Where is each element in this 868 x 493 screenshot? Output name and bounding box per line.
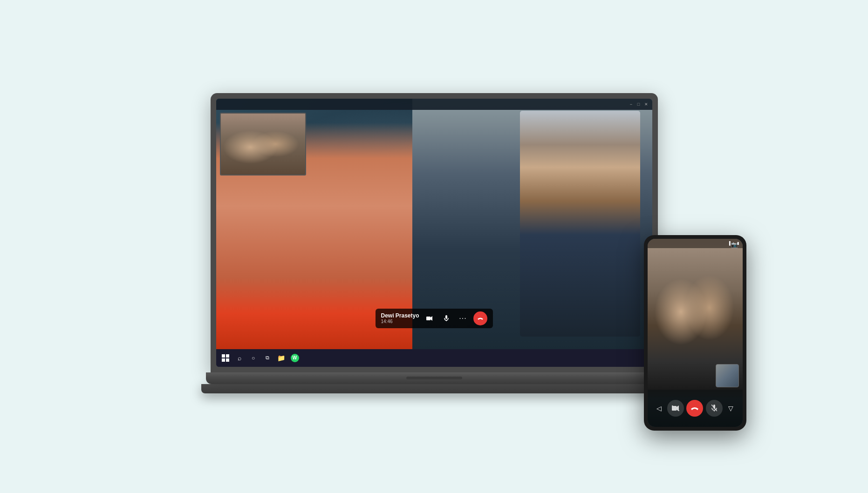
main-video: Dewi Prasetyo 14:46: [216, 99, 652, 349]
call-duration: 14:46: [381, 319, 419, 324]
maximize-button[interactable]: □: [636, 102, 641, 107]
signal-icon: ▐: [728, 241, 731, 245]
close-button[interactable]: ✕: [644, 102, 649, 107]
end-call-button[interactable]: [473, 311, 487, 325]
laptop-lid: − □ ✕: [211, 93, 658, 372]
svg-rect-4: [222, 354, 225, 358]
task-view-icon[interactable]: ⧉: [263, 353, 272, 363]
svg-rect-2: [445, 315, 447, 319]
cortana-icon[interactable]: ○: [249, 353, 258, 363]
phone-mute-button[interactable]: [706, 400, 723, 417]
svg-rect-0: [426, 317, 431, 320]
smartphone: ▐ ▲ ▮ 📷 ◁: [644, 235, 746, 431]
laptop-screen: − □ ✕: [216, 99, 652, 367]
phone-controls: ◁: [648, 390, 743, 427]
phone-screen: ▐ ▲ ▮ 📷 ◁: [648, 239, 743, 427]
svg-rect-5: [226, 354, 229, 358]
minimize-button[interactable]: −: [629, 102, 634, 107]
video-area: Dewi Prasetyo 14:46: [216, 99, 652, 349]
svg-rect-7: [226, 358, 229, 362]
video-toggle-button[interactable]: [423, 312, 436, 325]
pip-thumbnail: [220, 113, 306, 176]
file-explorer-icon[interactable]: 📁: [277, 353, 286, 363]
laptop-bottom: [201, 384, 667, 393]
svg-rect-6: [222, 358, 225, 362]
laptop-hinge: [406, 377, 462, 379]
svg-marker-1: [431, 316, 432, 321]
taskbar: ⌕ ○ ⧉ 📁 W: [216, 349, 652, 367]
call-controls-bar: Dewi Prasetyo 14:46: [375, 309, 492, 328]
phone-pip-thumbnail: [716, 364, 739, 387]
phone-end-call-button[interactable]: [686, 400, 703, 417]
whatsapp-taskbar-icon[interactable]: W: [291, 354, 299, 362]
phone-video-off-button[interactable]: [667, 400, 684, 417]
phone-back-button[interactable]: ◁: [653, 403, 664, 414]
video-person-child: [520, 111, 640, 336]
phone-recent-button[interactable]: ▽: [725, 403, 737, 414]
phone-camera-icon[interactable]: 📷: [731, 242, 738, 248]
caller-name: Dewi Prasetyo: [381, 312, 419, 319]
laptop-base: [206, 372, 663, 384]
call-info: Dewi Prasetyo 14:46: [381, 312, 419, 324]
phone-status-bar: ▐ ▲ ▮: [648, 239, 743, 248]
more-options-button[interactable]: ···: [457, 312, 470, 325]
search-icon[interactable]: ⌕: [235, 353, 244, 363]
mute-button[interactable]: [440, 312, 453, 325]
scene: − □ ✕: [108, 37, 760, 456]
pip-faces: [221, 114, 305, 175]
window-chrome: − □ ✕: [216, 99, 652, 110]
windows-logo-icon[interactable]: [221, 353, 230, 363]
laptop: − □ ✕: [201, 93, 667, 456]
